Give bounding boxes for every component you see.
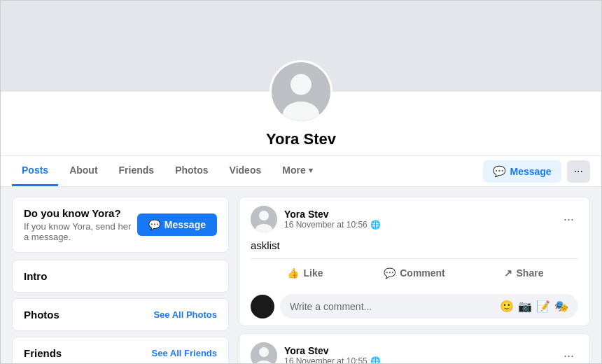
know-banner-subtitle: If you know Yora, send her a message. [24, 221, 137, 242]
like-button-1[interactable]: 👍 Like [251, 262, 360, 284]
know-banner-text: Do you know Yora? If you know Yora, send… [24, 207, 137, 242]
nav-tabs: Posts About Friends Photos Videos More ▾ [12, 156, 323, 186]
know-yora-banner: Do you know Yora? If you know Yora, send… [12, 197, 229, 253]
tab-about[interactable]: About [59, 156, 107, 186]
see-all-friends-link[interactable]: See All Friends [152, 348, 217, 358]
post-meta-2: 16 November at 10:55 🌐 [284, 356, 381, 364]
see-all-photos-link[interactable]: See All Photos [153, 309, 217, 320]
post-author-info-1: Yora Stev 16 November at 10:56 🌐 [284, 209, 381, 230]
left-cards: Intro Photos See All Photos Friends See … [12, 260, 229, 364]
comment-input-box-1[interactable]: Write a comment... 🙂 📷 📝 🎭 [280, 294, 578, 318]
messenger-icon-white: 💬 [148, 219, 160, 230]
profile-name: Yora Stev [1, 130, 601, 148]
nav-actions: 💬 Message ··· [483, 160, 591, 183]
tab-videos[interactable]: Videos [220, 156, 272, 186]
comment-button-1[interactable]: 💬 Comment [360, 262, 469, 284]
main-content: Do you know Yora? If you know Yora, send… [1, 187, 601, 364]
share-button-1[interactable]: ↗ Share [469, 262, 578, 284]
messenger-icon: 💬 [493, 165, 506, 178]
camera-icon[interactable]: 📷 [518, 300, 532, 313]
post-actions-1: 👍 Like 💬 Comment ↗ Share [251, 258, 578, 287]
comment-icon: 💬 [384, 267, 396, 279]
more-options-button[interactable]: ··· [567, 160, 590, 183]
page-wrapper: Yora Stev Posts About Friends Photos Vid… [0, 0, 602, 364]
post-author-name-1[interactable]: Yora Stev [284, 209, 381, 220]
post-options-2[interactable]: ··· [559, 346, 578, 364]
friends-label: Friends [24, 347, 62, 359]
comment-placeholder-1: Write a comment... [290, 301, 372, 312]
profile-avatar [270, 60, 332, 123]
comment-input-row-1: Write a comment... 🙂 📷 📝 🎭 [239, 287, 589, 326]
share-icon: ↗ [504, 267, 512, 279]
comment-emoji-icons: 🙂 📷 📝 🎭 [500, 300, 568, 313]
post-header-1: Yora Stev 16 November at 10:56 🌐 ··· [239, 197, 589, 232]
comment-user-avatar [251, 295, 274, 318]
post-author-2: Yora Stev 16 November at 10:55 🌐 [251, 342, 381, 364]
svg-point-1 [290, 74, 312, 95]
avatar-container [270, 60, 332, 123]
post-card-2: Yora Stev 16 November at 10:55 🌐 ··· [239, 333, 590, 364]
message-button[interactable]: 💬 Message [483, 160, 561, 183]
sticker-icon[interactable]: 🎭 [554, 300, 568, 313]
right-column: Yora Stev 16 November at 10:56 🌐 ··· ask… [239, 197, 590, 364]
post-meta-1: 16 November at 10:56 🌐 [284, 220, 381, 230]
post-body-1: asklist [239, 232, 589, 258]
globe-icon-2: 🌐 [370, 356, 381, 364]
post-author-avatar-1 [251, 206, 277, 232]
post-author-avatar-2 [251, 342, 277, 364]
banner-message-button[interactable]: 💬 Message [137, 214, 217, 236]
post-author-name-2[interactable]: Yora Stev [284, 345, 381, 356]
photos-card: Photos See All Photos [12, 298, 229, 331]
chevron-down-icon: ▾ [309, 166, 313, 175]
tab-more[interactable]: More ▾ [272, 156, 322, 186]
left-column: Do you know Yora? If you know Yora, send… [12, 197, 229, 364]
tab-posts[interactable]: Posts [12, 156, 58, 186]
svg-point-7 [259, 347, 269, 357]
know-banner-title: Do you know Yora? [24, 207, 137, 219]
post-card-1: Yora Stev 16 November at 10:56 🌐 ··· ask… [239, 197, 590, 326]
friends-card: Friends See All Friends [12, 337, 229, 364]
globe-icon: 🌐 [370, 220, 381, 230]
intro-card: Intro [12, 260, 229, 293]
tab-photos[interactable]: Photos [165, 156, 218, 186]
post-options-1[interactable]: ··· [559, 210, 578, 228]
gif-icon[interactable]: 📝 [536, 300, 550, 313]
photos-label: Photos [24, 309, 59, 321]
profile-nav: Posts About Friends Photos Videos More ▾… [1, 156, 601, 187]
like-icon: 👍 [287, 267, 299, 279]
post-author-info-2: Yora Stev 16 November at 10:55 🌐 [284, 345, 381, 364]
post-author-1: Yora Stev 16 November at 10:56 🌐 [251, 206, 381, 232]
intro-label: Intro [24, 270, 47, 282]
emoji-icon[interactable]: 🙂 [500, 300, 514, 313]
tab-friends[interactable]: Friends [109, 156, 164, 186]
cover-area [1, 1, 601, 92]
svg-point-4 [259, 211, 269, 220]
